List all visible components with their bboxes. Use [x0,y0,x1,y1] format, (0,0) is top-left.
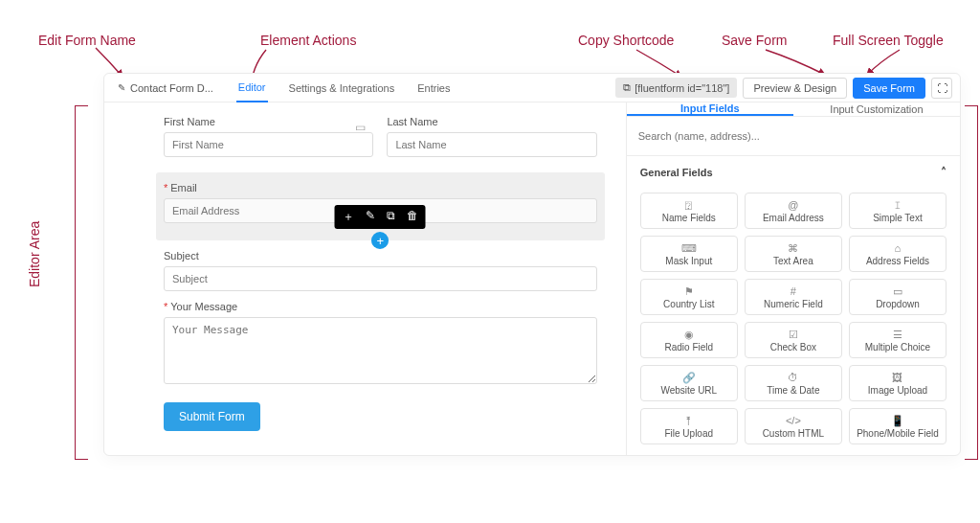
tile-label: Check Box [770,342,816,352]
action-add-icon[interactable]: ＋ [343,209,354,225]
tab-settings[interactable]: Settings & Integrations [287,74,397,102]
input-subject[interactable] [164,266,597,291]
copy-icon: ⧉ [623,81,631,94]
tile-icon: ⚑ [684,285,694,297]
tile-icon: @ [788,199,798,211]
tile-icon: ▭ [893,285,902,297]
annotation-element-actions: Element Actions [260,33,356,48]
field-tile[interactable]: 🔗Website URL [640,365,738,401]
annotation-fullscreen-toggle: Full Screen Toggle [833,33,944,48]
tile-icon: ☑ [789,329,798,340]
label-first-name: First Name [164,116,373,127]
app-window: ✎ Contact Form D... Editor Settings & In… [103,73,961,456]
field-tile[interactable]: ☑Check Box [745,322,842,358]
input-message[interactable] [164,317,597,384]
tile-label: Address Fields [866,256,929,266]
tile-label: Simple Text [873,213,923,223]
input-first-name[interactable] [164,132,373,157]
tile-label: Website URL [660,385,717,396]
chevron-up-icon: ˄ [941,166,947,179]
label-message: *Your Message [164,301,597,312]
save-button[interactable]: Save Form [853,78,925,99]
action-edit-icon[interactable]: ✎ [366,209,375,225]
annotation-save-form: Save Form [722,33,787,48]
field-tile[interactable]: ⏱Time & Date [745,365,842,401]
tile-label: Email Address [763,213,824,223]
tile-label: Radio Field [664,342,713,352]
field-tile[interactable]: ⭱File Upload [640,408,738,444]
form-name-text: Contact Form D... [130,82,213,94]
field-tile[interactable]: 📱Phone/Mobile Field [849,408,947,444]
tile-icon: ⌘ [788,242,798,254]
label-email: *Email [164,182,597,193]
bracket-right [965,105,978,460]
tile-label: Country List [663,299,714,309]
tab-editor[interactable]: Editor [236,74,268,102]
side-tab-customization[interactable]: Input Customization [793,102,960,116]
accordion-title: General Fields [640,167,713,178]
field-tile[interactable]: ◉Radio Field [640,322,738,358]
accordion-general-fields[interactable]: General Fields ˄ [627,156,960,189]
tile-icon: ⍰ [685,199,692,211]
tile-icon: ⌨ [681,242,697,254]
input-last-name[interactable] [387,132,596,157]
annotation-edit-form-name: Edit Form Name [38,33,136,48]
tile-icon: 📱 [891,415,904,426]
field-tile[interactable]: ⍰Name Fields [640,193,738,229]
editor-area[interactable]: First Name ▭ Last Name *Email ＋ ✎ [104,102,626,455]
tile-label: Custom HTML [763,428,824,439]
fullscreen-icon: ⛶ [937,82,947,94]
preview-button[interactable]: Preview & Design [743,78,847,99]
field-tile[interactable]: ▭Dropdown [849,279,947,315]
tile-label: File Upload [664,428,713,439]
field-tile[interactable]: 𝙸Simple Text [849,193,947,229]
element-actions-toolbar: ＋ ✎ ⧉ 🗑 [335,205,426,229]
tile-label: Numeric Field [764,299,823,309]
tile-icon: 🖼 [892,372,902,383]
tile-label: Dropdown [876,299,920,309]
action-duplicate-icon[interactable]: ⧉ [387,209,395,225]
tile-icon: ⭱ [683,415,694,426]
tile-icon: 🔗 [682,372,696,383]
tile-icon: ☰ [893,329,902,340]
field-tile[interactable]: </>Custom HTML [745,408,842,444]
bracket-left [75,105,88,460]
general-fields-grid: ⍰Name Fields@Email Address𝙸Simple Text⌨M… [627,189,960,455]
tile-icon: ⏱ [788,372,798,383]
tab-entries[interactable]: Entries [415,74,452,102]
tile-label: Name Fields [662,213,716,223]
field-tile[interactable]: ⌨Mask Input [640,236,738,272]
annotation-editor-area: Editor Area [27,221,42,287]
shortcode-text: [fluentform id="118"] [635,82,729,94]
search-input[interactable] [636,125,950,148]
tile-icon: </> [786,415,801,426]
field-tile[interactable]: @Email Address [745,193,842,229]
annotation-copy-shortcode: Copy Shortcode [578,33,674,48]
field-tile[interactable]: ⚑Country List [640,279,738,315]
side-tab-input-fields[interactable]: Input Fields [627,102,793,116]
pencil-icon: ✎ [118,82,125,93]
topbar: ✎ Contact Form D... Editor Settings & In… [104,74,960,102]
field-tile[interactable]: ⌂Address Fields [849,236,947,272]
edit-form-name[interactable]: ✎ Contact Form D... [112,82,219,94]
tile-icon: ◉ [684,329,694,340]
tile-label: Image Upload [868,385,927,396]
submit-button[interactable]: Submit Form [164,402,260,431]
action-delete-icon[interactable]: 🗑 [407,209,418,225]
field-tile[interactable]: 🖼Image Upload [849,365,947,401]
name-card-icon: ▭ [355,121,366,134]
nav-tabs: Editor Settings & Integrations Entries [236,74,453,102]
copy-shortcode[interactable]: ⧉ [fluentform id="118"] [615,78,737,98]
field-tile[interactable]: ⌘Text Area [745,236,842,272]
field-tile[interactable]: ☰Multiple Choice [849,322,947,358]
tile-icon: 𝙸 [894,199,902,211]
field-email-selected[interactable]: *Email ＋ ✎ ⧉ 🗑 + [156,172,605,240]
field-tile[interactable]: #Numeric Field [745,279,842,315]
tile-label: Multiple Choice [865,342,930,352]
tile-label: Time & Date [767,385,819,396]
label-subject: Subject [164,250,597,262]
fullscreen-toggle-button[interactable]: ⛶ [931,78,952,99]
tile-label: Text Area [773,256,813,266]
add-field-below-button[interactable]: + [371,232,389,249]
tile-label: Mask Input [665,256,712,266]
